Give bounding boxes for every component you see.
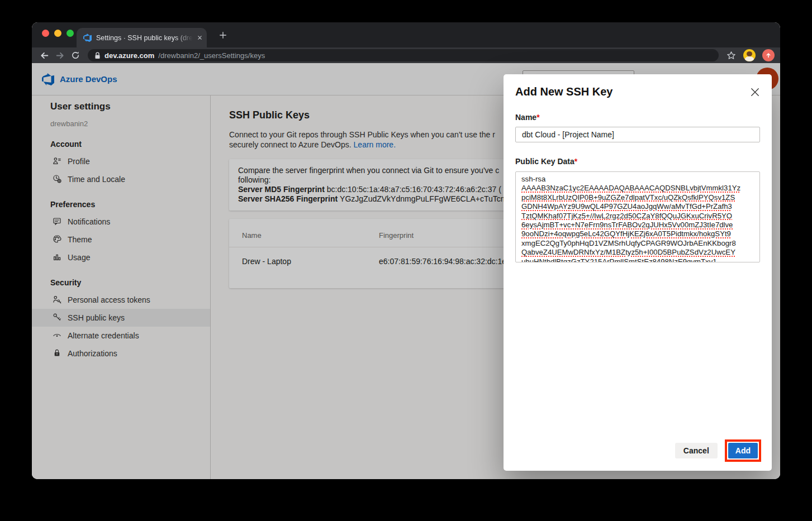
key-line: GDNH4WpAYz9U9wQL4P97GZU4aoJgqWw/aMvTfGd+…: [521, 202, 754, 211]
public-key-label-text: Public Key Data: [515, 157, 574, 166]
cancel-button[interactable]: Cancel: [675, 443, 718, 458]
public-key-textarea[interactable]: ssh-rsa AAAAB3NzaC1yc2EAAAADAQABAAACAQDS…: [515, 171, 760, 262]
zoom-window-button[interactable]: [67, 30, 74, 37]
key-line: pciM8t8XLrbUzQIP0B+9uZGZe7dlpatVTxc/uQZk…: [521, 193, 754, 202]
window-controls: [42, 30, 74, 37]
dialog-title: Add New SSH Key: [515, 85, 760, 98]
key-line: xmgEC2QgTy0phHqD1VZMSrhUqfyCPAGR9WOJrbAE…: [521, 239, 754, 248]
add-ssh-key-dialog: Add New SSH Key Name* Public Key Data* s…: [504, 74, 772, 471]
minimize-window-button[interactable]: [54, 30, 61, 37]
lock-icon: [94, 52, 101, 59]
close-window-button[interactable]: [42, 30, 49, 37]
key-line: TztQMKhaf07TjKz5+//IwL2rgz2d50CZaY8fQQuJ…: [521, 212, 754, 221]
dialog-close-icon[interactable]: [748, 85, 762, 99]
browser-tab-strip: Settings · SSH public keys (dre: [32, 22, 780, 47]
browser-toolbar: dev.azure.com/drewbanin2/_usersSettings/…: [32, 47, 780, 63]
key-line: ubuHNthdlBtqzGzTY215ArPmllSmtStEz8498NzE…: [521, 257, 754, 262]
name-field-label: Name*: [515, 113, 760, 122]
browser-window: Settings · SSH public keys (dre dev.azur…: [32, 22, 780, 479]
required-asterisk: *: [574, 157, 577, 166]
avatar-face: [747, 51, 752, 56]
url-path: /drewbanin2/_usersSettings/keys: [158, 51, 265, 60]
name-input[interactable]: [515, 127, 760, 142]
browser-tab-active[interactable]: Settings · SSH public keys (dre: [77, 28, 207, 47]
key-line: AAAAB3NzaC1yc2EAAAADAQABAAACAQDSNBLvbjtV…: [521, 184, 754, 193]
required-asterisk: *: [536, 113, 539, 122]
key-line: 9ooNDzi+4oqwpg5eLc42GQYfHjKEZj6xA0T5Pidt…: [521, 230, 754, 238]
key-line: 6eysAjmBT+vc+N7eFrn9nsTrFABOv2qJUHx5Vv00…: [521, 221, 754, 230]
browser-profile-avatar[interactable]: [743, 49, 756, 61]
url-domain: dev.azure.com: [105, 51, 154, 60]
avatar-shirt: [745, 56, 754, 61]
new-tab-button[interactable]: [216, 28, 230, 42]
public-key-field-label: Public Key Data*: [515, 157, 760, 166]
bookmark-star-icon[interactable]: [724, 49, 738, 62]
tab-title: Settings · SSH public keys (dre: [96, 34, 193, 42]
dialog-footer: Cancel Add: [675, 439, 761, 462]
name-label-text: Name: [515, 113, 536, 122]
reload-button[interactable]: [69, 49, 82, 62]
address-bar[interactable]: dev.azure.com/drewbanin2/_usersSettings/…: [88, 49, 719, 61]
key-line: QabveZ4UEMwDRNfxYz/M1BZtyz5h+I00D5BPubZS…: [521, 248, 754, 257]
key-line: ssh-rsa: [521, 175, 754, 184]
add-button-highlight-annotation: Add: [725, 439, 761, 462]
forward-button[interactable]: [53, 49, 67, 62]
back-button[interactable]: [37, 49, 51, 62]
add-button[interactable]: Add: [728, 443, 758, 458]
browser-update-button[interactable]: [762, 49, 775, 61]
tab-close-icon[interactable]: [197, 35, 202, 40]
azure-devops-favicon-icon: [83, 34, 92, 42]
